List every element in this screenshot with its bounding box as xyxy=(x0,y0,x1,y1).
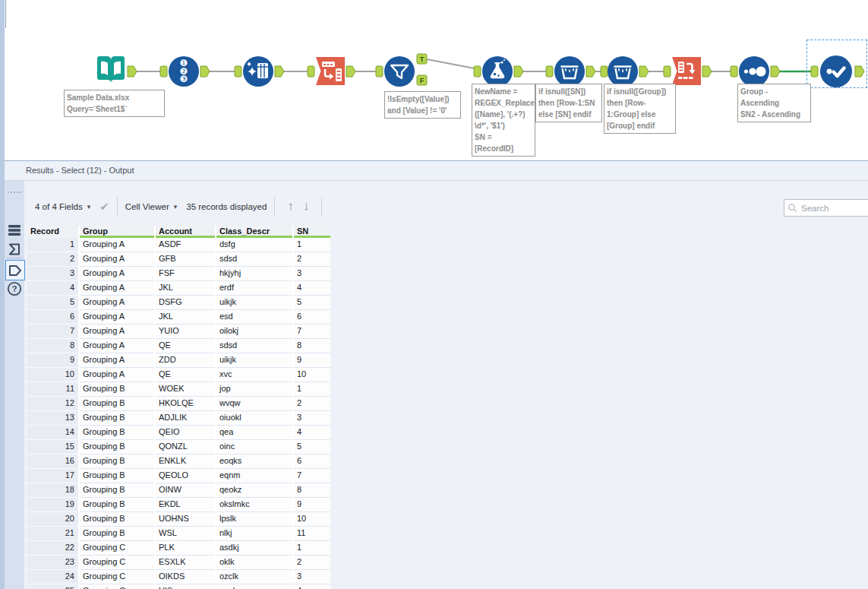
data-cell[interactable]: dsfg xyxy=(216,238,292,252)
chevron-down-icon[interactable]: ▾ xyxy=(87,203,91,211)
data-cell[interactable]: Grouping C xyxy=(80,584,154,589)
data-cell[interactable]: eoqks xyxy=(216,454,292,469)
data-cell[interactable]: ZDD xyxy=(156,353,215,368)
data-cell[interactable]: ASDF xyxy=(156,238,215,252)
data-cell[interactable]: ADJLIK xyxy=(156,411,215,426)
record-number-cell[interactable]: 24 xyxy=(27,570,78,584)
data-cell[interactable]: 10 xyxy=(294,368,330,382)
data-cell[interactable]: 11 xyxy=(294,527,330,541)
fields-dropdown[interactable]: 4 of 4 Fields xyxy=(35,202,83,211)
data-cell[interactable]: GFB xyxy=(156,252,215,267)
data-cell[interactable]: 4 xyxy=(294,584,330,589)
record-number-cell[interactable]: 8 xyxy=(27,339,78,353)
data-cell[interactable]: Grouping B xyxy=(80,527,154,541)
data-cell[interactable]: lpslk xyxy=(216,512,292,527)
data-cell[interactable]: eqnm xyxy=(216,469,292,483)
record-number-cell[interactable]: 2 xyxy=(27,252,78,267)
help-button[interactable]: ? xyxy=(7,281,22,296)
sort-tool-icon[interactable] xyxy=(739,56,769,87)
output-anchor[interactable] xyxy=(514,66,523,77)
connection[interactable] xyxy=(427,59,475,68)
record-number-cell[interactable]: 5 xyxy=(27,296,78,310)
data-cell[interactable]: Grouping B xyxy=(80,397,154,411)
data-cell[interactable]: QE xyxy=(156,368,215,382)
data-cell[interactable]: Grouping A xyxy=(80,339,154,353)
record-number-cell[interactable]: 20 xyxy=(27,512,78,527)
arrow-up-icon[interactable]: ↑ xyxy=(287,199,294,214)
data-cell[interactable]: esd xyxy=(216,310,292,325)
data-cell[interactable]: okslmkc xyxy=(216,498,292,512)
record-number-cell[interactable]: 23 xyxy=(27,556,78,570)
record-id-tool-icon[interactable]: ❶❷❸ xyxy=(169,56,199,87)
record-number-cell[interactable]: 10 xyxy=(27,368,78,382)
data-cell[interactable]: ESXLK xyxy=(156,556,215,570)
data-cell[interactable]: wvqw xyxy=(216,397,292,411)
record-number-cell[interactable]: 12 xyxy=(27,397,78,411)
data-cell[interactable]: WSL xyxy=(156,527,215,541)
input-anchor[interactable] xyxy=(664,66,671,77)
data-cell[interactable]: 3 xyxy=(294,267,330,281)
data-cell[interactable]: JKL xyxy=(156,310,215,325)
input-anchor[interactable] xyxy=(474,66,481,77)
data-cell[interactable]: EKDL xyxy=(156,498,215,512)
record-number-cell[interactable]: 14 xyxy=(27,426,78,440)
record-number-cell[interactable]: 15 xyxy=(27,440,78,454)
data-cell[interactable]: oinc xyxy=(216,440,292,454)
data-cell[interactable]: Grouping A xyxy=(80,353,154,368)
data-cell[interactable]: UIS xyxy=(156,584,215,589)
data-cell[interactable]: Grouping B xyxy=(80,454,154,469)
data-cell[interactable]: 6 xyxy=(294,454,330,469)
data-cell[interactable]: 9 xyxy=(294,353,330,368)
column-header[interactable]: Group xyxy=(80,226,154,238)
data-cell[interactable]: ENKLK xyxy=(156,454,215,469)
annotation-input-data[interactable]: Sample Data.xlsx Query=`Sheet1$` xyxy=(64,90,165,117)
data-cell[interactable]: 5 xyxy=(294,440,330,454)
data-cell[interactable]: 1 xyxy=(294,541,330,556)
input-anchor[interactable] xyxy=(546,66,553,77)
data-cell[interactable]: Grouping B xyxy=(80,498,154,512)
data-cell[interactable]: asdkj xyxy=(216,541,292,556)
data-cell[interactable]: QEOLO xyxy=(156,469,215,483)
output-anchor[interactable] xyxy=(771,66,780,77)
record-number-cell[interactable]: 18 xyxy=(27,483,78,498)
filter-tool-icon[interactable] xyxy=(384,56,415,87)
annotation-filter[interactable]: !IsEmpty([Value]) and [Value] != '0' xyxy=(384,91,461,119)
data-cell[interactable]: 8 xyxy=(294,483,330,498)
formula-tool-icon[interactable] xyxy=(482,56,513,87)
data-cell[interactable]: Grouping A xyxy=(80,267,154,281)
drag-grip[interactable] xyxy=(7,192,22,193)
output-anchor[interactable] xyxy=(702,66,712,77)
data-cell[interactable]: Grouping B xyxy=(80,483,154,498)
input-anchor[interactable] xyxy=(308,66,314,77)
data-cell[interactable]: 1 xyxy=(294,238,330,252)
data-cell[interactable]: Grouping C xyxy=(80,570,154,584)
record-number-cell[interactable]: 6 xyxy=(27,310,78,325)
data-cell[interactable]: JKL xyxy=(156,281,215,296)
data-cell[interactable]: OINW xyxy=(156,483,215,498)
input-anchor[interactable] xyxy=(235,66,241,77)
cell-viewer-dropdown[interactable]: Cell Viewer xyxy=(125,202,169,211)
data-cell[interactable]: sdsd xyxy=(216,252,292,267)
data-cell[interactable]: xvc xyxy=(216,368,292,382)
data-cell[interactable]: sdsd xyxy=(216,339,292,353)
record-number-cell[interactable]: 22 xyxy=(27,541,78,556)
record-number-cell[interactable]: 9 xyxy=(27,353,78,368)
apply-check-icon[interactable]: ✔ xyxy=(99,200,109,214)
chevron-down-icon[interactable]: ▾ xyxy=(174,203,178,211)
data-cell[interactable]: Grouping C xyxy=(80,556,154,570)
data-cell[interactable]: uikjk xyxy=(216,353,292,368)
output-anchor[interactable] xyxy=(200,66,210,77)
record-number-cell[interactable]: 13 xyxy=(27,411,78,426)
data-cell[interactable]: jop xyxy=(216,382,292,397)
data-cell[interactable]: nlkj xyxy=(216,527,292,541)
data-cell[interactable]: 1 xyxy=(294,382,330,397)
data-cell[interactable]: Grouping B xyxy=(80,411,154,426)
data-cell[interactable]: Grouping A xyxy=(80,296,154,310)
data-cell[interactable]: DSFG xyxy=(156,296,215,310)
data-cell[interactable]: UOHNS xyxy=(156,512,215,527)
input-anchor[interactable] xyxy=(601,66,608,77)
output-anchor[interactable] xyxy=(275,66,284,77)
data-cell[interactable]: 6 xyxy=(294,310,330,325)
output-anchor[interactable] xyxy=(586,66,595,77)
column-header[interactable]: Record xyxy=(27,226,78,238)
